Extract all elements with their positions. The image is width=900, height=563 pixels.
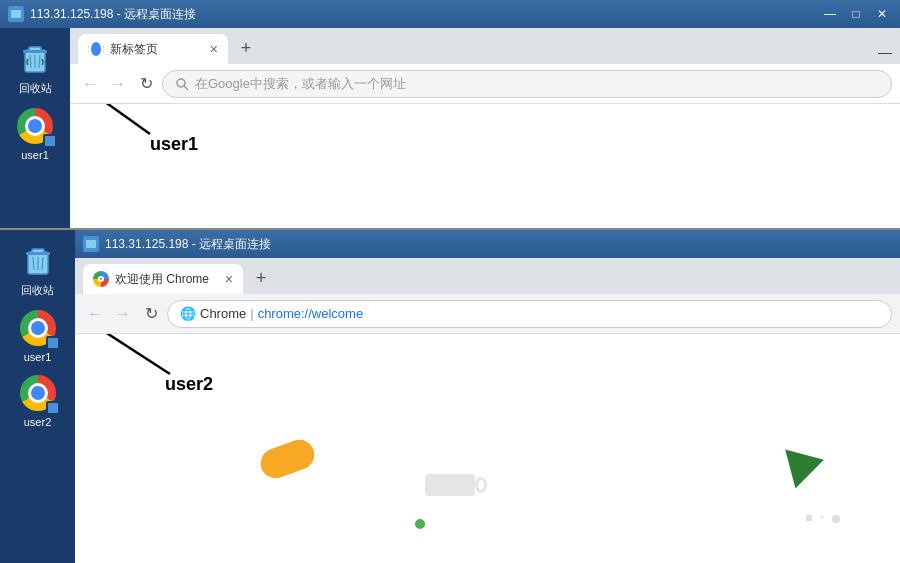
chrome-icon-user1-bottom: [18, 308, 58, 348]
tab-close-top[interactable]: ×: [210, 41, 218, 57]
dot2: [820, 515, 824, 519]
nav-forward-btn-top[interactable]: →: [106, 72, 130, 96]
desktop-icon-user2-bottom[interactable]: user2: [8, 373, 68, 428]
user2-annotation: user2: [165, 374, 213, 395]
tab-bar-controls-top: —: [878, 44, 892, 64]
address-placeholder-top: 在Google中搜索，或者输入一个网址: [195, 75, 406, 93]
title-bar-icon-bottom: [83, 236, 99, 252]
key-body: [425, 474, 475, 496]
maximize-btn-top[interactable]: □: [846, 6, 866, 22]
key-shape-container: [425, 474, 475, 496]
recycle-bin-icon-bottom: [18, 240, 58, 280]
chrome-frame-bottom: 欢迎使用 Chrome × + ← → ↻ 🌐 Chrome | chrome:…: [75, 258, 900, 563]
search-icon-top: [175, 77, 189, 91]
recycle-bin-svg: [17, 40, 53, 76]
title-text-top: 113.31.125.198 - 远程桌面连接: [30, 6, 814, 23]
nav-refresh-btn-top[interactable]: ↻: [134, 72, 158, 96]
address-bar-top[interactable]: 在Google中搜索，或者输入一个网址: [162, 70, 892, 98]
nav-refresh-btn-bottom[interactable]: ↻: [139, 302, 163, 326]
tab-title-bottom: 欢迎使用 Chrome: [115, 271, 219, 288]
address-chrome-text: Chrome: [200, 306, 246, 321]
nav-back-btn-top[interactable]: ←: [78, 72, 102, 96]
tab-minimize-icon[interactable]: —: [878, 44, 892, 60]
desktop-icon-user1-bottom[interactable]: user1: [8, 308, 68, 363]
user1-label-bottom: user1: [24, 351, 52, 363]
recycle-bin-icon: [15, 38, 55, 78]
title-text-bottom: 113.31.125.198 - 远程桌面连接: [105, 236, 892, 253]
recycle-label-top: 回收站: [19, 81, 52, 96]
chrome-active-tab-top[interactable]: 新标签页 ×: [78, 34, 228, 64]
user-overlay-user2-bottom: [46, 401, 60, 415]
green-triangle-container: [780, 454, 820, 489]
address-globe-icon: 🌐: [180, 306, 196, 321]
recycle-label-bottom: 回收站: [21, 283, 54, 298]
chrome-icon-user2-bottom: [18, 373, 58, 413]
address-separator: |: [250, 306, 253, 321]
chrome-frame-top: 新标签页 × + — ← → ↻ 在Google中搜索，或者输入一个网址 use…: [70, 28, 900, 228]
user-overlay-user1-bottom: [46, 336, 60, 350]
tab-title-top: 新标签页: [110, 41, 204, 58]
svg-rect-2: [23, 50, 47, 53]
user2-arrow: [75, 334, 185, 389]
yellow-pill: [257, 435, 319, 482]
svg-line-10: [85, 334, 170, 374]
desktop-icon-recycle-bottom[interactable]: 回收站: [8, 240, 68, 298]
nav-forward-btn-bottom[interactable]: →: [111, 302, 135, 326]
desktop-sidebar-bottom: 回收站 user1 user2: [0, 230, 75, 563]
svg-point-3: [177, 79, 185, 87]
title-bar-bottom: 113.31.125.198 - 远程桌面连接: [75, 230, 900, 258]
user1-annotation: user1: [150, 134, 198, 155]
new-tab-btn-bottom[interactable]: +: [247, 264, 275, 292]
green-dot: [415, 519, 425, 529]
chrome-active-tab-bottom[interactable]: 欢迎使用 Chrome ×: [83, 264, 243, 294]
tab-favicon-bottom: [93, 271, 109, 287]
close-btn-top[interactable]: ✕: [872, 6, 892, 22]
chrome-tab-bar-top: 新标签页 × + —: [70, 28, 900, 64]
svg-rect-9: [26, 252, 50, 255]
dot1: [806, 515, 812, 521]
user1-arrow: [70, 104, 170, 154]
address-url: chrome://welcome: [258, 306, 363, 321]
chrome-icon-top: [15, 106, 55, 146]
chrome-content-top: user1: [70, 104, 900, 228]
minimize-btn-top[interactable]: —: [820, 6, 840, 22]
title-bar-icon-top: [8, 6, 24, 22]
chrome-nav-bar-bottom: ← → ↻ 🌐 Chrome | chrome://welcome: [75, 294, 900, 334]
user2-label-bottom: user2: [24, 416, 52, 428]
green-triangle: [776, 449, 824, 493]
top-window: 113.31.125.198 - 远程桌面连接 — □ ✕ 回收站: [0, 0, 900, 230]
chrome-tab-bar-bottom: 欢迎使用 Chrome × +: [75, 258, 900, 294]
address-bar-bottom[interactable]: 🌐 Chrome | chrome://welcome: [167, 300, 892, 328]
tab-favicon-top: [88, 41, 104, 57]
dot3: [832, 515, 840, 523]
user-overlay-top: [43, 134, 57, 148]
chrome-content-bottom: user2: [75, 334, 900, 563]
desktop-sidebar-top: 回收站 user1: [0, 28, 70, 228]
svg-line-4: [184, 86, 188, 90]
recycle-bin-svg-bottom: [20, 242, 56, 278]
user1-label-top: user1: [21, 149, 49, 161]
svg-line-5: [80, 104, 150, 134]
chrome-nav-bar-top: ← → ↻ 在Google中搜索，或者输入一个网址: [70, 64, 900, 104]
scatter-dots: [806, 515, 840, 523]
yellow-pill-shape: [260, 444, 315, 474]
desktop-icon-user1-top[interactable]: user1: [5, 106, 65, 161]
new-tab-btn-top[interactable]: +: [232, 34, 260, 62]
desktop-icon-recycle-top[interactable]: 回收站: [5, 38, 65, 96]
bottom-window: 113.31.125.198 - 远程桌面连接 欢迎使用 Chrome × + …: [75, 230, 900, 563]
nav-back-btn-bottom[interactable]: ←: [83, 302, 107, 326]
dot-green-shape: [415, 519, 425, 529]
tab-close-bottom[interactable]: ×: [225, 271, 233, 287]
title-bar-top: 113.31.125.198 - 远程桌面连接 — □ ✕: [0, 0, 900, 28]
